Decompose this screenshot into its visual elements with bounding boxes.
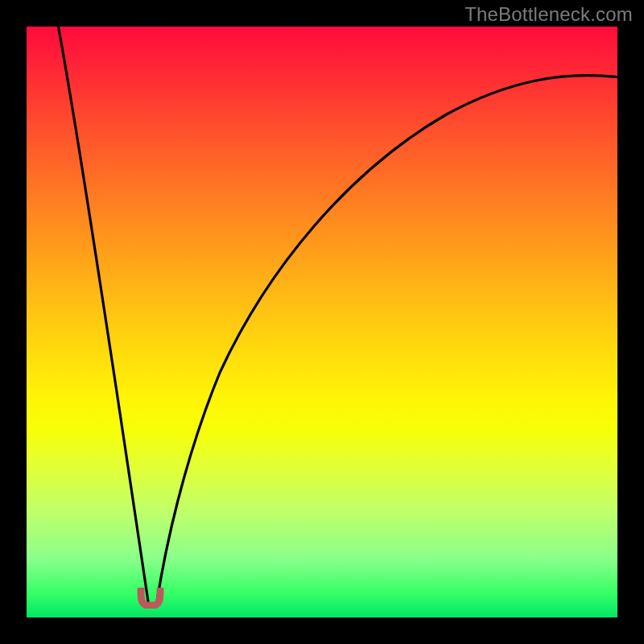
outer-frame: TheBottleneck.com [0, 0, 644, 644]
plot-area [27, 27, 617, 617]
watermark-text: TheBottleneck.com [464, 3, 633, 26]
bottleneck-curve [27, 27, 617, 617]
curve-left-branch [58, 25, 148, 601]
cusp-marker [137, 588, 164, 609]
curve-right-branch [157, 76, 619, 601]
